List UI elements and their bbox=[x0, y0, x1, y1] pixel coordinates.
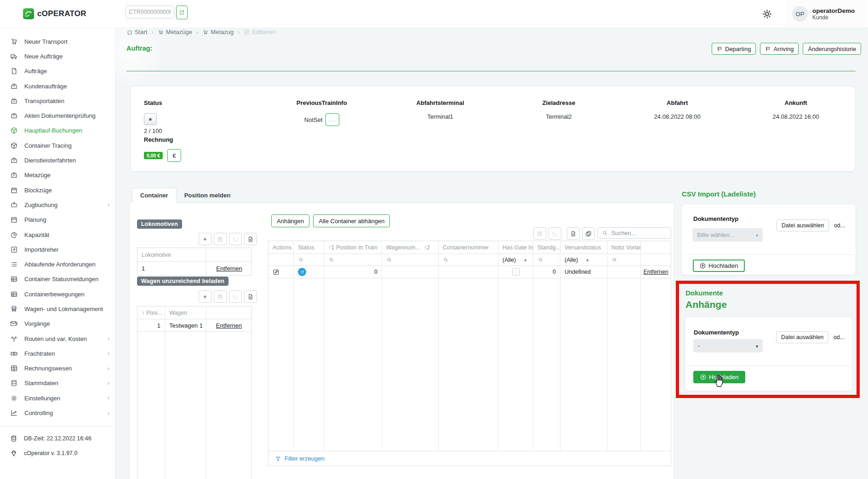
settings-button[interactable] bbox=[761, 8, 773, 20]
add-lokomotive-button[interactable] bbox=[199, 233, 211, 245]
edit-row-button[interactable] bbox=[268, 266, 294, 278]
sidebar-item-transportakten[interactable]: Transportakten bbox=[0, 93, 115, 108]
export-excel-button[interactable] bbox=[244, 290, 257, 303]
column-chooser-button[interactable] bbox=[582, 227, 595, 240]
add-wagen-button[interactable] bbox=[199, 290, 211, 303]
sidebar-item-controlling[interactable]: Controlling bbox=[0, 405, 115, 420]
sidebar-item-rechnungswesen[interactable]: Rechnungswesen bbox=[0, 361, 115, 376]
sidebar-item-stammdaten[interactable]: Stammdaten bbox=[0, 376, 115, 391]
dokumententyp-select[interactable]: - bbox=[693, 339, 763, 352]
sidebar-item-frachtraten[interactable]: Frachtraten bbox=[0, 346, 115, 361]
edit-icon bbox=[244, 29, 250, 35]
sidebar-item-label: Neuer Transport bbox=[24, 38, 68, 45]
sidebar-item-zugbuchung[interactable]: Zugbuchung bbox=[0, 197, 115, 212]
breadcrumb-separator bbox=[196, 29, 198, 35]
sidebar-item-hauptlauf-buchungen[interactable]: Hauptlauf-Buchungen bbox=[0, 123, 115, 138]
alle-container-abhaengen-button[interactable]: Alle Container abhängen bbox=[313, 214, 390, 227]
filter-wagennummer[interactable] bbox=[382, 254, 439, 266]
column-header-wagennummer[interactable]: Wagennum...↑2 bbox=[382, 241, 439, 254]
sidebar-item-ablaufende-anforderungen[interactable]: Ablaufende Anforderungen bbox=[0, 257, 115, 271]
csv-import-card: Dokumententyp Bitte wählen... Datei ausw… bbox=[681, 204, 856, 275]
column-header-position-in-train[interactable]: ↑1Position In Train bbox=[324, 241, 382, 254]
sidebar-item-kundenauftraege[interactable]: Kundenaufträge bbox=[0, 79, 115, 93]
breadcrumb-metazug[interactable]: Metazug bbox=[202, 29, 234, 35]
box-icon bbox=[10, 112, 18, 120]
column-header-containernummer[interactable]: Containernummer bbox=[439, 241, 498, 254]
open-search-button[interactable] bbox=[176, 6, 188, 19]
anhaengen-button[interactable]: Anhängen bbox=[271, 214, 309, 227]
sidebar-item-einstellungen[interactable]: Einstellungen bbox=[0, 391, 115, 405]
filter-versandstatus-select[interactable]: (Alle) bbox=[560, 254, 607, 266]
sidebar-item-metazuege[interactable]: Metazüge bbox=[0, 168, 115, 183]
filter-position[interactable] bbox=[324, 254, 382, 266]
column-header-wagen[interactable]: Wagen bbox=[165, 306, 206, 319]
container-search-input[interactable] bbox=[126, 6, 174, 18]
remove-wagen-link[interactable]: Entfernen bbox=[206, 319, 251, 332]
sidebar-item-container-statusmeldungen[interactable]: Container Statusmeldungen bbox=[0, 272, 115, 287]
filter-standgeld[interactable] bbox=[533, 254, 560, 266]
filter-has-gate-in-select[interactable]: (Alle) bbox=[498, 254, 533, 266]
sidebar-item-vorgaenge[interactable]: Vorgänge bbox=[0, 317, 115, 331]
aenderungshistorie-button[interactable]: Änderungshistorie bbox=[803, 43, 861, 55]
sidebar-item-container-tracing[interactable]: Container Tracing bbox=[0, 138, 115, 153]
datei-auswaehlen-button[interactable]: Datei auswählen bbox=[776, 331, 828, 343]
filter-status[interactable] bbox=[294, 254, 324, 266]
select-placeholder: Bitte wählen... bbox=[697, 231, 735, 238]
previous-train-info-edit-button[interactable]: .... bbox=[326, 113, 339, 126]
departing-button[interactable]: Departing bbox=[712, 43, 756, 55]
datei-auswaehlen-button[interactable]: Datei auswählen bbox=[777, 219, 829, 231]
remove-container-link[interactable]: Entfernen bbox=[641, 266, 671, 278]
euro-button[interactable]: € bbox=[167, 149, 181, 162]
tab-position-melden[interactable]: Position melden bbox=[177, 188, 238, 203]
column-header-versandstatus[interactable]: Versandstatus bbox=[560, 241, 607, 254]
sidebar-item-label: Frachtraten bbox=[24, 350, 55, 357]
sidebar-item-neue-auftraege[interactable]: Neue Aufträge bbox=[0, 49, 115, 63]
zieladresse-label: Zieladresse bbox=[499, 99, 618, 106]
status-star-button[interactable]: ★ bbox=[144, 113, 157, 125]
caret-down-icon bbox=[578, 257, 588, 263]
save-button bbox=[214, 290, 227, 303]
sidebar-item-kapazitaet[interactable]: Kapazität bbox=[0, 227, 115, 242]
tracing-status-icon[interactable] bbox=[298, 268, 306, 276]
column-header-standgeld[interactable]: Standg... bbox=[533, 241, 560, 254]
user-menu[interactable]: OP operatorDemo Kunde bbox=[786, 0, 866, 28]
sidebar-item-planung[interactable]: Planung bbox=[0, 213, 115, 227]
dokumententyp-select[interactable]: Bitte wählen... bbox=[692, 228, 763, 242]
column-header-position[interactable]: ↑Posi... bbox=[137, 306, 165, 319]
column-header-status[interactable]: Status bbox=[294, 241, 324, 254]
sidebar-item-akten-dokumentenpruefung[interactable]: Akten Dokumentenprüfung bbox=[0, 108, 115, 123]
sidebar-item-neuer-transport[interactable]: Neuer Transport bbox=[0, 34, 115, 49]
breadcrumb-editieren: Editieren bbox=[244, 29, 275, 35]
sidebar-item-dienstleisterfahrten[interactable]: Dienstleisterfahrten bbox=[0, 153, 115, 167]
empty-cell bbox=[560, 278, 607, 450]
sidebar-item-label: Rechnungswesen bbox=[24, 365, 72, 372]
app-version: cOperator v. 3.1.97.0 bbox=[0, 446, 115, 461]
breadcrumb-metazuege[interactable]: Metazüge bbox=[158, 29, 192, 35]
filter-containernummer[interactable] bbox=[439, 254, 498, 266]
sidebar-item-auftraege[interactable]: Aufträge bbox=[0, 64, 115, 79]
tab-container[interactable]: Container bbox=[132, 188, 177, 203]
sidebar-item-containerbewegungen[interactable]: Containerbewegungen bbox=[0, 287, 115, 301]
sidebar-item-blockzuege[interactable]: Blockzüge bbox=[0, 183, 115, 197]
column-header-notiz-vorlauf[interactable]: Notiz Vorlau bbox=[607, 241, 641, 254]
grid-search-input[interactable] bbox=[611, 230, 663, 237]
export-excel-button[interactable] bbox=[244, 233, 257, 245]
has-gate-in-checkbox[interactable] bbox=[512, 268, 520, 276]
sidebar-item-importdreher[interactable]: Importdreher bbox=[0, 242, 115, 257]
ankunft-label: Ankunft bbox=[737, 99, 855, 106]
export-excel-button[interactable] bbox=[567, 227, 580, 240]
zieladresse-field: Zieladresse Terminal2 bbox=[499, 99, 618, 134]
breadcrumb-start[interactable]: Start bbox=[126, 29, 147, 35]
sidebar-item-routen-kosten[interactable]: Routen und var. Kosten bbox=[0, 331, 115, 346]
chevron-right-icon bbox=[108, 410, 109, 416]
remove-lokomotive-link[interactable]: Entfernen bbox=[206, 262, 252, 275]
filter-notiz[interactable] bbox=[607, 254, 641, 266]
arriving-button[interactable]: Arriving bbox=[760, 43, 799, 55]
column-header-lokomotive[interactable]: Lokomotive bbox=[137, 248, 206, 262]
status-label: Status bbox=[144, 99, 263, 106]
column-header-has-gate-in[interactable]: Has Gate In bbox=[498, 241, 533, 254]
create-filter-link[interactable]: Filter erzeugen bbox=[268, 451, 671, 466]
sidebar-item-wagen-lokmanagement[interactable]: Wagen- und Lokmanagement bbox=[0, 301, 115, 316]
csv-hochladen-button[interactable]: Hochladen bbox=[693, 260, 745, 272]
logo-text: cOPERATOR bbox=[37, 9, 86, 18]
